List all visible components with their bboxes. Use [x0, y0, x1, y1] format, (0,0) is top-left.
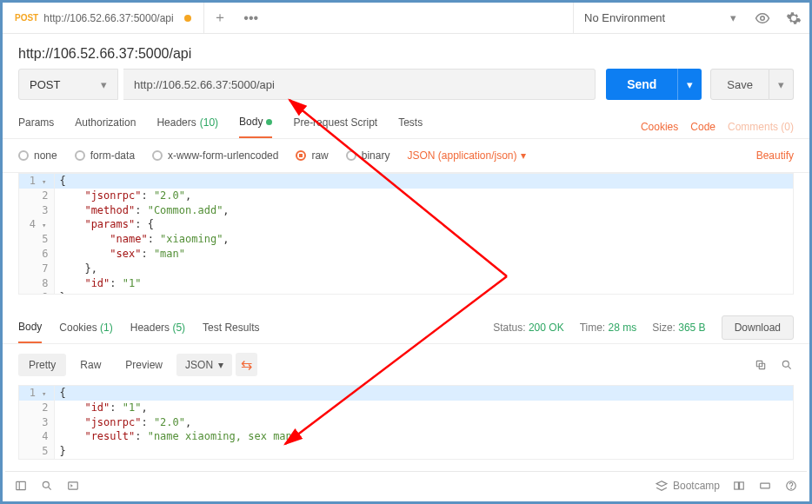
- svg-rect-11: [740, 481, 744, 488]
- body-type-formdata[interactable]: form-data: [75, 149, 135, 162]
- tab-body[interactable]: Body: [239, 116, 272, 138]
- resp-tab-body[interactable]: Body: [18, 312, 42, 343]
- request-tab[interactable]: POST http://106.52.66.37:5000/api: [3, 3, 204, 33]
- size-value: 365 B: [678, 322, 705, 334]
- request-row: POST ▾ http://106.52.66.37:5000/api Send…: [3, 69, 809, 100]
- status-value: 200 OK: [529, 322, 564, 334]
- svg-point-14: [791, 487, 792, 488]
- keyboard-icon[interactable]: [758, 479, 772, 493]
- console-icon[interactable]: [66, 479, 80, 493]
- svg-rect-9: [69, 481, 78, 488]
- svg-line-8: [48, 487, 50, 489]
- viewtab-raw[interactable]: Raw: [70, 354, 111, 376]
- unsaved-dot-icon: [184, 15, 191, 22]
- code-link[interactable]: Code: [690, 121, 715, 133]
- tab-options-button[interactable]: •••: [236, 3, 267, 34]
- environment-select[interactable]: No Environment ▾: [573, 3, 747, 34]
- method-select-label: POST: [30, 78, 60, 91]
- two-pane-icon[interactable]: [732, 479, 746, 493]
- raw-type-select[interactable]: JSON (application/json)▾: [407, 149, 525, 162]
- chevron-down-icon: ▾: [218, 359, 223, 371]
- tab-params[interactable]: Params: [18, 116, 54, 137]
- environment-label: No Environment: [584, 11, 665, 24]
- download-button[interactable]: Download: [722, 315, 794, 340]
- top-tab-bar: POST http://106.52.66.37:5000/api ＋ ••• …: [3, 3, 809, 34]
- tab-headers[interactable]: Headers (10): [156, 116, 218, 137]
- send-dropdown[interactable]: ▾: [677, 69, 702, 100]
- viewtab-pretty[interactable]: Pretty: [18, 354, 66, 376]
- cookies-link[interactable]: Cookies: [641, 121, 678, 133]
- svg-point-7: [43, 481, 49, 487]
- resp-tab-tests[interactable]: Test Results: [203, 313, 259, 342]
- body-indicator-dot: [266, 119, 272, 125]
- viewtab-preview[interactable]: Preview: [115, 354, 173, 376]
- svg-rect-12: [761, 483, 770, 488]
- tab-tests[interactable]: Tests: [398, 116, 423, 137]
- wrap-lines-button[interactable]: ⇆: [236, 353, 257, 376]
- resp-tab-cookies[interactable]: Cookies (1): [59, 313, 112, 342]
- svg-rect-5: [17, 481, 26, 489]
- svg-line-4: [788, 366, 790, 368]
- svg-point-3: [782, 361, 789, 367]
- svg-point-0: [761, 16, 765, 20]
- tab-method: POST: [15, 13, 38, 23]
- body-type-xwww[interactable]: x-www-form-urlencoded: [152, 149, 278, 162]
- request-subtabs: Params Authorization Headers (10) Body P…: [3, 100, 809, 139]
- save-button[interactable]: Save: [710, 69, 769, 100]
- comments-link[interactable]: Comments (0): [728, 121, 794, 133]
- response-body-viewer[interactable]: 1 ▾{ 2 "id": "1", 3 "jsonrpc": "2.0", 4 …: [18, 385, 794, 460]
- body-type-none[interactable]: none: [18, 149, 57, 162]
- body-type-raw[interactable]: raw: [296, 149, 328, 162]
- settings-button[interactable]: [778, 3, 809, 34]
- chevron-down-icon: ▾: [730, 11, 736, 24]
- search-icon[interactable]: [780, 358, 794, 372]
- body-type-row: none form-data x-www-form-urlencoded raw…: [3, 139, 809, 173]
- bootcamp-button[interactable]: Bootcamp: [656, 480, 720, 492]
- find-icon[interactable]: [40, 479, 54, 493]
- url-input[interactable]: http://106.52.66.37:5000/api: [123, 69, 596, 100]
- sidebar-toggle-icon[interactable]: [14, 479, 28, 493]
- svg-rect-10: [735, 481, 739, 488]
- time-value: 28 ms: [609, 322, 637, 334]
- help-icon[interactable]: [784, 479, 798, 493]
- method-select[interactable]: POST ▾: [18, 69, 118, 100]
- beautify-link[interactable]: Beautify: [756, 149, 794, 162]
- tab-url: http://106.52.66.37:5000/api: [43, 12, 173, 24]
- request-body-editor[interactable]: 1 ▾{ 2 "jsonrpc": "2.0", 3 "method": "Co…: [18, 173, 794, 295]
- chevron-down-icon: ▾: [101, 78, 107, 91]
- environment-quicklook-button[interactable]: [747, 3, 778, 34]
- send-button[interactable]: Send: [606, 69, 677, 100]
- tab-prerequest[interactable]: Pre-request Script: [293, 116, 377, 137]
- new-tab-button[interactable]: ＋: [204, 3, 236, 34]
- save-dropdown[interactable]: ▾: [769, 69, 794, 100]
- chevron-down-icon: ▾: [521, 149, 526, 162]
- resp-tab-headers[interactable]: Headers (5): [130, 313, 185, 342]
- copy-icon[interactable]: [754, 358, 768, 372]
- tab-authorization[interactable]: Authorization: [75, 116, 136, 137]
- response-view-tabs: Pretty Raw Preview JSON▾ ⇆: [3, 344, 809, 385]
- body-type-binary[interactable]: binary: [346, 149, 390, 162]
- url-input-value: http://106.52.66.37:5000/api: [134, 78, 275, 91]
- status-bar: Bootcamp: [5, 471, 807, 499]
- request-title: http://106.52.66.37:5000/api: [3, 34, 809, 69]
- response-tabs: Body Cookies (1) Headers (5) Test Result…: [3, 312, 809, 344]
- response-format-select[interactable]: JSON▾: [176, 354, 232, 376]
